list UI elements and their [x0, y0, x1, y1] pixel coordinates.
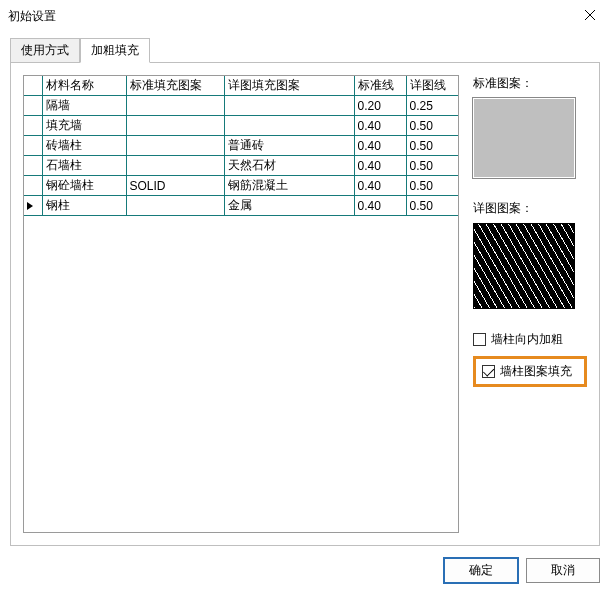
checkbox-inner-bold-label: 墙柱向内加粗	[491, 331, 563, 348]
cell-std-pattern[interactable]	[126, 116, 224, 136]
cell-std-line[interactable]: 0.40	[354, 156, 406, 176]
tab-bar: 使用方式 加粗填充	[10, 38, 600, 62]
detail-pattern-preview[interactable]	[473, 223, 575, 309]
cell-std-line[interactable]: 0.40	[354, 196, 406, 216]
rowmarker	[24, 116, 42, 136]
cell-std-pattern[interactable]	[126, 136, 224, 156]
checkbox-inner-bold-row[interactable]: 墙柱向内加粗	[473, 331, 587, 348]
checkbox-pattern-fill-row[interactable]: 墙柱图案填充	[482, 363, 572, 380]
detail-pattern-label: 详图图案：	[473, 200, 587, 217]
header-detail-pattern[interactable]: 详图填充图案	[224, 76, 354, 96]
cell-detail-pattern[interactable]: 天然石材	[224, 156, 354, 176]
dialog-body: 使用方式 加粗填充	[0, 32, 612, 591]
material-table[interactable]: 材料名称 标准填充图案 详图填充图案 标准线 详图线 隔墙 0.20	[24, 76, 459, 216]
cell-detail-line[interactable]: 0.50	[406, 156, 458, 176]
table-row[interactable]: 石墙柱 天然石材 0.40 0.50	[24, 156, 458, 176]
cell-detail-line[interactable]: 0.50	[406, 196, 458, 216]
cell-material-name[interactable]: 钢砼墙柱	[42, 176, 126, 196]
hatch-icon	[474, 224, 574, 308]
current-row-icon	[27, 202, 33, 210]
content-row: 材料名称 标准填充图案 详图填充图案 标准线 详图线 隔墙 0.20	[23, 75, 587, 533]
cell-std-pattern[interactable]	[126, 196, 224, 216]
table-row[interactable]: 钢砼墙柱 SOLID 钢筋混凝土 0.40 0.50	[24, 176, 458, 196]
rowmarker	[24, 136, 42, 156]
cell-std-pattern[interactable]: SOLID	[126, 176, 224, 196]
cell-detail-pattern[interactable]: 普通砖	[224, 136, 354, 156]
table-header-row: 材料名称 标准填充图案 详图填充图案 标准线 详图线	[24, 76, 458, 96]
cell-detail-pattern[interactable]	[224, 116, 354, 136]
cell-std-line[interactable]: 0.40	[354, 176, 406, 196]
header-std-line[interactable]: 标准线	[354, 76, 406, 96]
checkbox-pattern-fill[interactable]	[482, 365, 495, 378]
cell-material-name[interactable]: 填充墙	[42, 116, 126, 136]
tab-bold-fill[interactable]: 加粗填充	[80, 38, 150, 63]
header-material-name[interactable]: 材料名称	[42, 76, 126, 96]
close-icon	[584, 9, 596, 21]
cell-detail-pattern[interactable]: 钢筋混凝土	[224, 176, 354, 196]
header-rowmarker	[24, 76, 42, 96]
cell-material-name[interactable]: 砖墙柱	[42, 136, 126, 156]
rowmarker-current	[24, 196, 42, 216]
cell-std-line[interactable]: 0.40	[354, 116, 406, 136]
cell-std-pattern[interactable]	[126, 96, 224, 116]
titlebar: 初始设置	[0, 0, 612, 32]
rowmarker	[24, 156, 42, 176]
tab-usage[interactable]: 使用方式	[10, 38, 80, 63]
table-row[interactable]: 填充墙 0.40 0.50	[24, 116, 458, 136]
checkbox-pattern-fill-label: 墙柱图案填充	[500, 363, 572, 380]
cell-std-line[interactable]: 0.20	[354, 96, 406, 116]
header-std-pattern[interactable]: 标准填充图案	[126, 76, 224, 96]
cell-material-name[interactable]: 隔墙	[42, 96, 126, 116]
rowmarker	[24, 176, 42, 196]
checkbox-pattern-fill-highlight: 墙柱图案填充	[473, 356, 587, 387]
checkbox-inner-bold[interactable]	[473, 333, 486, 346]
table-row[interactable]: 钢柱 金属 0.40 0.50	[24, 196, 458, 216]
table-row[interactable]: 砖墙柱 普通砖 0.40 0.50	[24, 136, 458, 156]
cell-detail-line[interactable]: 0.50	[406, 136, 458, 156]
material-table-wrap: 材料名称 标准填充图案 详图填充图案 标准线 详图线 隔墙 0.20	[23, 75, 459, 533]
side-panel: 标准图案： 详图图案： 墙柱向内加粗 墙柱图案填充	[473, 75, 587, 533]
table-row[interactable]: 隔墙 0.20 0.25	[24, 96, 458, 116]
cell-detail-line[interactable]: 0.50	[406, 176, 458, 196]
window-title: 初始设置	[8, 8, 56, 25]
cell-material-name[interactable]: 钢柱	[42, 196, 126, 216]
cell-detail-line[interactable]: 0.25	[406, 96, 458, 116]
std-pattern-label: 标准图案：	[473, 75, 587, 92]
cell-material-name[interactable]: 石墙柱	[42, 156, 126, 176]
tab-panel: 材料名称 标准填充图案 详图填充图案 标准线 详图线 隔墙 0.20	[10, 62, 600, 546]
dialog-root: 初始设置 使用方式 加粗填充	[0, 0, 612, 591]
ok-button[interactable]: 确定	[444, 558, 518, 583]
button-row: 确定 取消	[444, 558, 600, 583]
cancel-button[interactable]: 取消	[526, 558, 600, 583]
cell-detail-pattern[interactable]: 金属	[224, 196, 354, 216]
std-pattern-preview[interactable]	[473, 98, 575, 178]
cell-std-pattern[interactable]	[126, 156, 224, 176]
header-detail-line[interactable]: 详图线	[406, 76, 458, 96]
cell-detail-line[interactable]: 0.50	[406, 116, 458, 136]
close-button[interactable]	[567, 0, 612, 30]
cell-detail-pattern[interactable]	[224, 96, 354, 116]
cell-std-line[interactable]: 0.40	[354, 136, 406, 156]
rowmarker	[24, 96, 42, 116]
